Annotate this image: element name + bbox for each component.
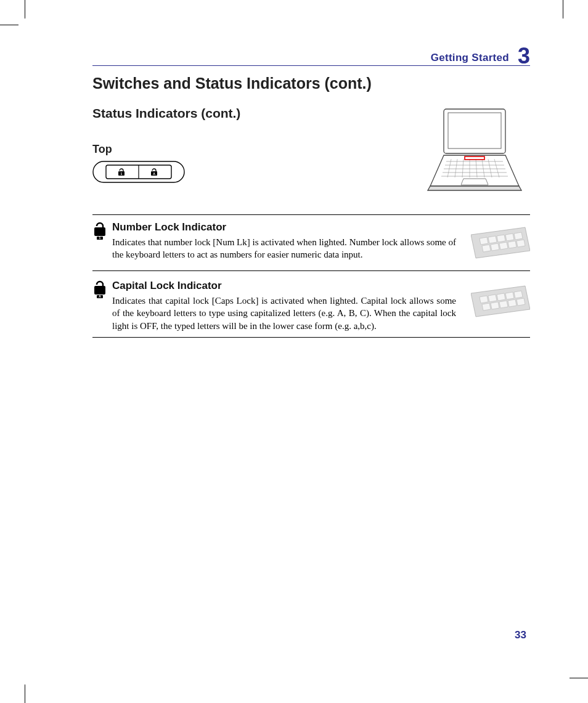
indicator-item-capslock: A Capital Lock Indicator Indicates that … <box>92 280 530 332</box>
svg-marker-34 <box>514 232 523 240</box>
svg-marker-31 <box>488 236 497 243</box>
header-label: Getting Started <box>431 52 509 64</box>
chapter-number: 3 <box>518 46 530 67</box>
svg-rect-8 <box>448 113 501 148</box>
divider <box>92 270 530 271</box>
lock-a-icon: A <box>92 280 107 298</box>
svg-marker-35 <box>482 245 491 252</box>
item-body: Indicates that number lock [Num Lk] is a… <box>112 236 456 261</box>
svg-marker-49 <box>482 303 491 311</box>
svg-marker-44 <box>480 296 488 303</box>
svg-marker-38 <box>508 241 517 248</box>
svg-rect-40 <box>94 286 105 295</box>
svg-marker-30 <box>480 237 488 245</box>
svg-marker-52 <box>508 299 517 307</box>
divider <box>92 337 530 338</box>
keyboard-thumbnail <box>471 222 530 263</box>
sub-title: Status Indicators (cont.) <box>92 106 339 121</box>
crop-mark <box>25 685 25 703</box>
crop-mark <box>570 678 588 678</box>
svg-marker-48 <box>514 291 523 298</box>
item-body: Indicates that capital lock [Caps Lock] … <box>112 295 456 332</box>
svg-marker-37 <box>499 242 508 250</box>
svg-marker-36 <box>491 243 499 251</box>
crop-mark <box>0 25 18 25</box>
svg-marker-39 <box>517 240 525 247</box>
laptop-illustration <box>419 106 530 198</box>
svg-marker-53 <box>517 298 525 306</box>
crop-mark <box>25 0 25 18</box>
tiny-title: Top <box>92 143 339 156</box>
svg-marker-10 <box>428 186 521 190</box>
page-content: Getting Started 3 Switches and Status In… <box>92 43 530 338</box>
svg-text:A: A <box>153 172 155 176</box>
crop-mark <box>563 0 563 18</box>
svg-marker-50 <box>491 302 499 309</box>
item-title: Capital Lock Indicator <box>112 280 456 292</box>
keyboard-thumbnail <box>471 281 530 322</box>
page-number: 33 <box>515 629 526 641</box>
svg-text:1: 1 <box>121 172 123 176</box>
svg-marker-24 <box>461 179 488 185</box>
page-header: Getting Started 3 <box>92 43 530 66</box>
indicator-pill-illustration: 1 A <box>92 161 185 183</box>
item-title: Number Lock Indicator <box>112 221 456 234</box>
svg-text:A: A <box>99 295 101 298</box>
divider <box>92 214 530 215</box>
svg-marker-33 <box>505 234 514 241</box>
svg-marker-51 <box>499 301 508 308</box>
svg-marker-32 <box>497 235 505 242</box>
svg-marker-45 <box>488 295 497 302</box>
indicator-item-numlock: 1 Number Lock Indicator Indicates that n… <box>92 221 530 266</box>
svg-text:1: 1 <box>99 236 101 240</box>
subhead-row: Status Indicators (cont.) Top 1 <box>92 106 530 198</box>
svg-marker-47 <box>505 292 514 299</box>
svg-rect-26 <box>94 227 105 236</box>
svg-marker-46 <box>497 293 505 301</box>
lock-1-icon: 1 <box>92 221 107 240</box>
section-title: Switches and Status Indicators (cont.) <box>92 75 530 92</box>
